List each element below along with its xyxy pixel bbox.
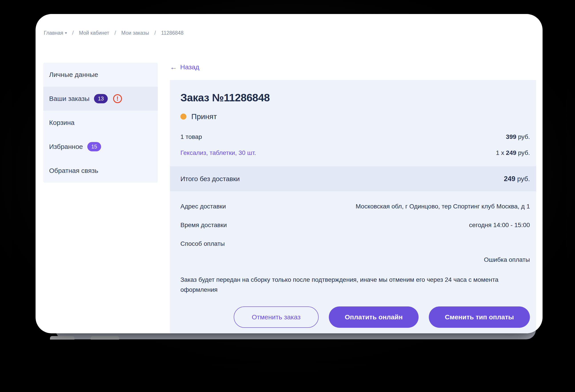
order-actions: Отменить заказ Оплатить онлайн Сменить т… bbox=[180, 306, 530, 328]
sidebar-item-feedback[interactable]: Обратная связь bbox=[43, 159, 158, 183]
subtotal-amount: 249 bbox=[504, 175, 515, 183]
back-link[interactable]: ← Назад bbox=[170, 63, 199, 71]
detail-row-address: Адрес доставки Московская обл, г Одинцов… bbox=[180, 203, 530, 210]
breadcrumb-home-label: Главная bbox=[44, 30, 63, 36]
items-total-price: 399 руб. bbox=[506, 133, 530, 141]
delivery-time-label: Время доставки bbox=[180, 221, 227, 229]
arrow-left-icon: ← bbox=[170, 64, 177, 71]
order-status: Принят bbox=[180, 112, 530, 121]
subtotal-value: 249 руб. bbox=[504, 175, 530, 183]
sidebar-item-label: Обратная связь bbox=[49, 167, 98, 174]
address-value: Московская обл, г Одинцово, тер Спортинг… bbox=[356, 203, 530, 210]
address-label: Адрес доставки bbox=[180, 203, 226, 210]
sidebar-item-your-orders[interactable]: Ваши заказы 13 ! bbox=[43, 87, 158, 111]
breadcrumb-cabinet-label: Мой кабинет bbox=[79, 30, 109, 36]
page-background: Главная ▾ / Мой кабинет / Мои заказы / 1… bbox=[0, 0, 575, 392]
payment-method-label: Способ оплаты bbox=[180, 240, 530, 247]
breadcrumb-separator: / bbox=[115, 30, 116, 36]
breadcrumb-cabinet[interactable]: Мой кабинет bbox=[79, 30, 109, 36]
breadcrumb: Главная ▾ / Мой кабинет / Мои заказы / 1… bbox=[44, 30, 184, 36]
subtotal-band: Итого без доставки 249 руб. bbox=[170, 166, 536, 191]
breadcrumb-order-number: 11286848 bbox=[161, 30, 184, 36]
currency-label: руб. bbox=[518, 149, 530, 156]
delivery-details: Адрес доставки Московская обл, г Одинцов… bbox=[180, 203, 530, 263]
stacked-card-tab bbox=[50, 336, 74, 340]
back-link-label: Назад bbox=[180, 63, 199, 71]
alert-exclamation-icon: ! bbox=[113, 94, 122, 103]
sidebar-nav: Личные данные Ваши заказы 13 ! Корзина И… bbox=[43, 63, 158, 183]
sidebar-item-label: Корзина bbox=[49, 119, 74, 126]
sidebar-item-label: Личные данные bbox=[49, 71, 98, 78]
detail-row-payment-method: Способ оплаты Ошибка оплаты bbox=[180, 240, 530, 263]
currency-label: руб. bbox=[517, 175, 530, 182]
sidebar-item-label: Ваши заказы bbox=[49, 95, 90, 102]
order-items-summary-row: 1 товар 399 руб. bbox=[180, 133, 530, 141]
chevron-down-icon: ▾ bbox=[65, 31, 67, 35]
order-confirmation-note: Заказ будет передан на сборку только пос… bbox=[180, 275, 527, 295]
orders-count-badge: 13 bbox=[94, 94, 108, 103]
status-label: Принят bbox=[191, 112, 217, 121]
sidebar-item-label: Избранное bbox=[49, 143, 83, 150]
product-price-value: 249 bbox=[506, 149, 516, 156]
payment-status-value: Ошибка оплаты bbox=[180, 256, 530, 263]
currency-label: руб. bbox=[518, 133, 530, 140]
subtotal-label: Итого без доставки bbox=[180, 175, 240, 183]
pay-online-button[interactable]: Оплатить онлайн bbox=[329, 306, 419, 328]
breadcrumb-order-number-label: 11286848 bbox=[161, 30, 184, 36]
breadcrumb-separator: / bbox=[154, 30, 156, 36]
stacked-card-tab bbox=[91, 336, 119, 340]
sidebar-item-personal-data[interactable]: Личные данные bbox=[43, 63, 158, 87]
detail-row-delivery-time: Время доставки сегодня 14:00 - 15:00 bbox=[180, 221, 530, 229]
items-total-value: 399 bbox=[506, 133, 516, 140]
product-link[interactable]: Гексализ, таблетки, 30 шт. bbox=[180, 149, 256, 156]
breadcrumb-home[interactable]: Главная ▾ bbox=[44, 30, 67, 36]
change-payment-type-button[interactable]: Сменить тип оплаты bbox=[429, 306, 530, 328]
product-price: 1 x 249 руб. bbox=[496, 149, 530, 156]
main-window-card: Главная ▾ / Мой кабинет / Мои заказы / 1… bbox=[36, 14, 543, 333]
breadcrumb-orders-label: Мои заказы bbox=[121, 30, 149, 36]
status-dot-icon bbox=[180, 114, 186, 120]
breadcrumb-separator: / bbox=[72, 30, 73, 36]
favorites-count-badge: 15 bbox=[87, 142, 101, 151]
delivery-time-value: сегодня 14:00 - 15:00 bbox=[469, 221, 530, 229]
breadcrumb-orders[interactable]: Мои заказы bbox=[121, 30, 149, 36]
order-detail-panel: Заказ №11286848 Принят 1 товар 399 руб. … bbox=[170, 80, 536, 333]
product-qty-label: 1 x bbox=[496, 149, 504, 156]
items-count-label: 1 товар bbox=[180, 133, 202, 141]
sidebar-item-cart[interactable]: Корзина bbox=[43, 111, 158, 135]
order-title: Заказ №11286848 bbox=[180, 92, 530, 104]
sidebar-item-favorites[interactable]: Избранное 15 bbox=[43, 135, 158, 159]
order-product-row: Гексализ, таблетки, 30 шт. 1 x 249 руб. bbox=[180, 149, 530, 156]
cancel-order-button[interactable]: Отменить заказ bbox=[234, 306, 319, 328]
